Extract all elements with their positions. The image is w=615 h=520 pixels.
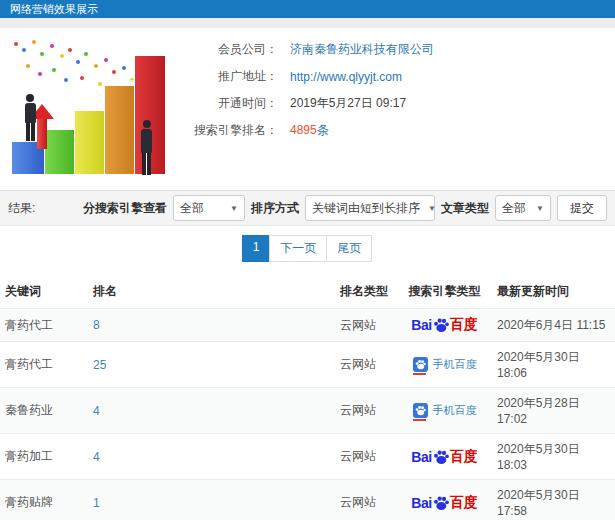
keyword-cell: 膏药代工 bbox=[0, 309, 88, 342]
promo-url-row: 推广地址： http://www.qlyyjt.com bbox=[178, 63, 611, 90]
baidu-paw-icon bbox=[433, 317, 449, 333]
baidu-paw-icon bbox=[433, 495, 449, 511]
engine-rank-label: 搜索引擎排名： bbox=[178, 122, 278, 139]
section-divider bbox=[0, 18, 615, 28]
confetti-dots-graphic bbox=[14, 42, 18, 46]
engine-rank-unit: 条 bbox=[317, 123, 329, 137]
table-row: 膏药代工 8 云网站 Bai百度手机百度 2020年6月4日 11:15 bbox=[0, 309, 615, 342]
keyword-ranking-table: 关键词 排名 排名类型 搜索引擎类型 最新更新时间 膏药代工 8 云网站 Bai… bbox=[0, 275, 615, 520]
rank-type-cell: 云网站 bbox=[335, 309, 397, 342]
keyword-cell: 膏药贴牌 bbox=[0, 480, 88, 520]
filter-controls: 分搜索引擎查看 全部 ▼ 排序方式 关键词由短到长排序 ▼ 文章类型 全部 ▼ … bbox=[83, 195, 607, 221]
updated-cell: 2020年5月30日 18:03 bbox=[492, 434, 615, 480]
engine-view-selected: 全部 bbox=[180, 200, 204, 217]
table-row: 膏药加工 4 云网站 Bai百度手机百度 2020年5月30日 18:03 bbox=[0, 434, 615, 480]
sort-select[interactable]: 关键词由短到长排序 ▼ bbox=[305, 195, 435, 221]
last-page-button[interactable]: 尾页 bbox=[326, 235, 372, 262]
rank-type-cell: 云网站 bbox=[335, 342, 397, 388]
company-label: 会员公司： bbox=[178, 41, 278, 58]
promo-url-link[interactable]: http://www.qlyyjt.com bbox=[290, 70, 402, 84]
mobile-baidu-logo: 手机百度 bbox=[413, 357, 477, 372]
engine-view-select[interactable]: 全部 ▼ bbox=[173, 195, 245, 221]
baidu-paw-icon bbox=[433, 449, 449, 465]
promo-url-label: 推广地址： bbox=[178, 68, 278, 85]
sort-label: 排序方式 bbox=[251, 200, 299, 217]
submit-button[interactable]: 提交 bbox=[557, 195, 607, 221]
rank-link[interactable]: 8 bbox=[93, 318, 100, 332]
engine-logo: Bai百度手机百度 bbox=[411, 319, 477, 333]
company-row: 会员公司： 济南秦鲁药业科技有限公司 bbox=[178, 36, 611, 63]
opened-time-label: 开通时间： bbox=[178, 95, 278, 112]
article-type-selected: 全部 bbox=[502, 200, 526, 217]
table-header-row: 关键词 排名 排名类型 搜索引擎类型 最新更新时间 bbox=[0, 275, 615, 309]
updated-cell: 2020年5月30日 18:06 bbox=[492, 342, 615, 388]
rank-type-cell: 云网站 bbox=[335, 480, 397, 520]
baidu-logo: Bai百度 bbox=[411, 448, 477, 466]
keyword-cell: 膏药加工 bbox=[0, 434, 88, 480]
rank-type-cell: 云网站 bbox=[335, 388, 397, 434]
baidu-logo: Bai百度 bbox=[411, 494, 477, 512]
pagination: 1 下一页 尾页 bbox=[0, 226, 615, 270]
opened-time-row: 开通时间： 2019年5月27日 09:17 bbox=[178, 90, 611, 117]
engine-rank-count: 4895 bbox=[290, 123, 317, 137]
page-title: 网络营销效果展示 bbox=[10, 3, 98, 15]
table-row: 膏药代工 25 云网站 Bai百度手机百度 2020年5月30日 18:06 bbox=[0, 342, 615, 388]
table-row: 秦鲁药业 4 云网站 Bai百度手机百度 2020年5月28日 17:02 bbox=[0, 388, 615, 434]
rank-link[interactable]: 4 bbox=[93, 404, 100, 418]
baidu-logo: Bai百度 bbox=[411, 316, 477, 334]
chevron-down-icon: ▼ bbox=[536, 204, 544, 213]
rank-link[interactable]: 25 bbox=[93, 358, 106, 372]
bar-chart-graphic-yellow bbox=[75, 111, 104, 174]
results-filter-bar: 结果: 分搜索引擎查看 全部 ▼ 排序方式 关键词由短到长排序 ▼ 文章类型 全… bbox=[0, 190, 615, 226]
rank-link[interactable]: 1 bbox=[93, 496, 100, 510]
engine-logo: Bai百度手机百度 bbox=[413, 359, 477, 373]
rank-type-cell: 云网站 bbox=[335, 434, 397, 480]
header-keyword: 关键词 bbox=[0, 275, 88, 309]
mobile-baidu-paw-icon bbox=[413, 403, 428, 418]
engine-logo: Bai百度手机百度 bbox=[411, 451, 477, 465]
article-type-select[interactable]: 全部 ▼ bbox=[495, 195, 551, 221]
keyword-cell: 膏药代工 bbox=[0, 342, 88, 388]
engine-rank-value: 4895条 bbox=[290, 122, 329, 139]
marketing-chart-illustration bbox=[0, 28, 172, 186]
updated-cell: 2020年6月4日 11:15 bbox=[492, 309, 615, 342]
engine-view-label: 分搜索引擎查看 bbox=[83, 200, 167, 217]
next-page-button[interactable]: 下一页 bbox=[269, 235, 327, 262]
window-title-bar: 网络营销效果展示 bbox=[0, 0, 615, 18]
keyword-cell: 秦鲁药业 bbox=[0, 388, 88, 434]
page-current-button[interactable]: 1 bbox=[242, 235, 271, 262]
table-row: 膏药贴牌 1 云网站 Bai百度手机百度 2020年5月30日 17:58 bbox=[0, 480, 615, 520]
mobile-baidu-logo: 手机百度 bbox=[413, 403, 477, 418]
updated-cell: 2020年5月28日 17:02 bbox=[492, 388, 615, 434]
chevron-down-icon: ▼ bbox=[428, 204, 436, 213]
engine-logo: Bai百度手机百度 bbox=[411, 497, 477, 511]
sort-selected: 关键词由短到长排序 bbox=[312, 200, 420, 217]
businessman-figure-right bbox=[138, 120, 155, 176]
rank-link[interactable]: 4 bbox=[93, 450, 100, 464]
engine-logo: Bai百度手机百度 bbox=[413, 405, 477, 419]
opened-time-value: 2019年5月27日 09:17 bbox=[290, 95, 406, 112]
header-rank-type: 排名类型 bbox=[335, 275, 397, 309]
account-info-panel: 会员公司： 济南秦鲁药业科技有限公司 推广地址： http://www.qlyy… bbox=[0, 28, 615, 186]
header-rank: 排名 bbox=[88, 275, 335, 309]
results-label: 结果: bbox=[8, 200, 35, 217]
updated-cell: 2020年5月30日 17:58 bbox=[492, 480, 615, 520]
bar-chart-graphic-orange bbox=[105, 86, 134, 174]
account-info-rows: 会员公司： 济南秦鲁药业科技有限公司 推广地址： http://www.qlyy… bbox=[178, 36, 611, 144]
article-type-label: 文章类型 bbox=[441, 200, 489, 217]
company-value[interactable]: 济南秦鲁药业科技有限公司 bbox=[290, 41, 434, 58]
engine-rank-row: 搜索引擎排名： 4895条 bbox=[178, 117, 611, 144]
mobile-baidu-paw-icon bbox=[413, 357, 428, 372]
header-updated: 最新更新时间 bbox=[492, 275, 615, 309]
chevron-down-icon: ▼ bbox=[230, 204, 238, 213]
header-engine-type: 搜索引擎类型 bbox=[397, 275, 492, 309]
businessman-figure-left bbox=[22, 94, 38, 142]
